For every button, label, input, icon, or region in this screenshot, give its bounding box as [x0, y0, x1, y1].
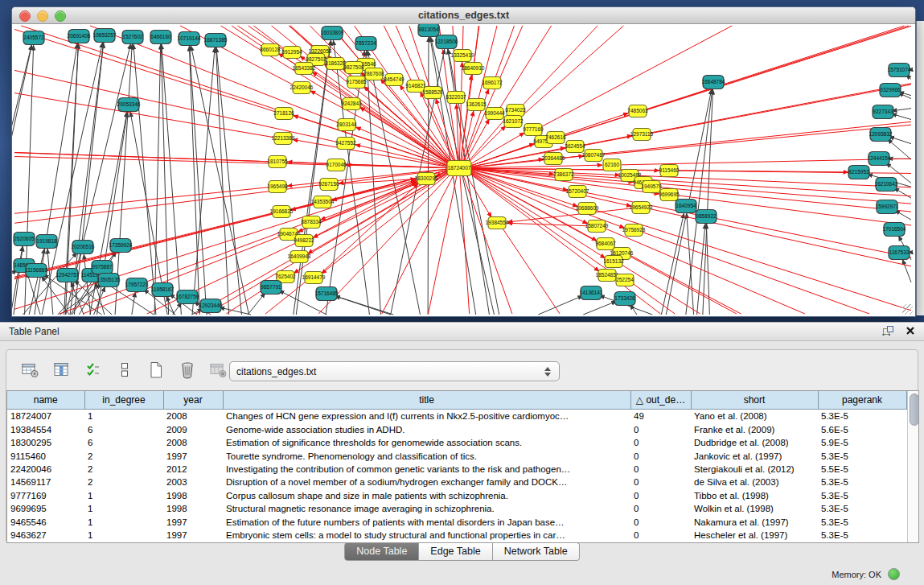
- graph-node[interactable]: 1621072: [503, 116, 524, 128]
- table-cell[interactable]: 9115460: [7, 449, 84, 462]
- table-cell[interactable]: Yano et al. (2008): [691, 410, 818, 423]
- table-cell[interactable]: 1: [84, 502, 163, 515]
- graph-node[interactable]: 62160: [603, 159, 621, 171]
- graph-node[interactable]: 3624554: [565, 141, 585, 153]
- graph-node[interactable]: 11156869: [25, 264, 47, 278]
- graph-node[interactable]: 17016504: [883, 223, 906, 237]
- graph-node[interactable]: 9227343: [873, 105, 893, 119]
- table-row[interactable]: 1830029562008Estimation of significance …: [7, 436, 906, 449]
- table-cell[interactable]: 1: [84, 529, 163, 542]
- table-column-icon[interactable]: [52, 360, 72, 380]
- graph-node[interactable]: 12444154: [868, 152, 891, 166]
- graph-node[interactable]: 2867608: [363, 68, 384, 80]
- graph-node[interactable]: 12218506: [435, 35, 458, 49]
- table-cell[interactable]: Disruption of a novel member of a sodium…: [223, 476, 630, 488]
- column-header-title[interactable]: title: [223, 391, 630, 410]
- table-cell[interactable]: 0: [630, 463, 691, 476]
- graph-node[interactable]: 9175685: [346, 76, 367, 89]
- table-cell[interactable]: Nakamura et al. (1997): [691, 516, 818, 529]
- table-cell[interactable]: Genome-wide association studies in ADHD.: [223, 423, 630, 436]
- table-cell[interactable]: 5.9E-5: [818, 436, 906, 449]
- graph-node[interactable]: 9777169: [523, 124, 544, 136]
- graph-node[interactable]: 1949579: [641, 181, 662, 193]
- graph-node[interactable]: 10653257: [93, 29, 117, 43]
- graph-node[interactable]: 9115460: [659, 165, 680, 177]
- graph-node[interactable]: 9684067: [595, 238, 616, 250]
- graph-node[interactable]: 16210643: [875, 178, 898, 192]
- graph-node[interactable]: 17957223: [125, 278, 149, 292]
- table-cell[interactable]: 2008: [163, 436, 223, 449]
- graph-node[interactable]: 7485063: [627, 105, 648, 117]
- graph-node[interactable]: 16914479: [302, 272, 326, 284]
- table-row[interactable]: 977716911998Corpus callosum shape and si…: [7, 489, 906, 502]
- graph-node[interactable]: 1696172: [482, 77, 503, 89]
- table-cell[interactable]: 1997: [163, 529, 223, 542]
- graph-node[interactable]: 19654923: [630, 202, 653, 214]
- table-cell[interactable]: Investigating the contribution of common…: [223, 463, 630, 476]
- graph-node[interactable]: 8912954: [281, 47, 302, 59]
- table-cell[interactable]: Hescheler et al. (1997): [691, 529, 818, 542]
- table-gear-icon[interactable]: [21, 360, 40, 380]
- table-cell[interactable]: 2: [84, 463, 163, 476]
- graph-node[interactable]: 12093832: [869, 128, 893, 142]
- table-cell[interactable]: Changes of HCN gene expression and I(f) …: [223, 410, 630, 423]
- table-row[interactable]: 969969511998Structural magnetic resonanc…: [7, 502, 906, 515]
- table-cell[interactable]: 1: [84, 516, 163, 529]
- table-row[interactable]: 1872400712008Changes of HCN gene express…: [7, 410, 906, 423]
- graph-node[interactable]: 2620605: [14, 233, 35, 246]
- graph-node[interactable]: 15720407: [566, 186, 589, 198]
- float-panel-icon[interactable]: [882, 325, 894, 338]
- table-cell[interactable]: 2009: [163, 423, 223, 436]
- table-cell[interactable]: 5.3E-5: [818, 449, 906, 462]
- table-cell[interactable]: 5.3E-5: [818, 502, 906, 515]
- graph-node[interactable]: 16543382: [293, 63, 316, 75]
- graph-node[interactable]: 8186328: [325, 58, 346, 70]
- graph-node[interactable]: 9857791: [261, 281, 281, 295]
- graph-node[interactable]: 16671385: [204, 34, 228, 47]
- table-cell[interactable]: Dudbridge et al. (2008): [691, 436, 818, 449]
- column-header-indegree[interactable]: in_degree: [84, 391, 163, 410]
- graph-node[interactable]: 1167533: [889, 246, 910, 260]
- graph-node[interactable]: 9699695: [659, 189, 680, 201]
- table-cell[interactable]: 5.3E-5: [818, 476, 906, 488]
- window-titlebar[interactable]: citations_edges.txt: [12, 7, 915, 24]
- graph-node[interactable]: 15716485: [315, 287, 339, 301]
- table-cell[interactable]: 1998: [163, 489, 223, 502]
- table-cell[interactable]: 6: [84, 423, 163, 436]
- delete-table-icon[interactable]: [209, 360, 228, 380]
- graph-node[interactable]: 19384554: [486, 217, 509, 229]
- table-cell[interactable]: Wolkin et al. (1998): [691, 502, 818, 515]
- table-row[interactable]: 946554611997Estimation of the future num…: [7, 516, 906, 529]
- table-row[interactable]: 2242004622012Investigating the contribut…: [7, 463, 906, 476]
- memory-status-indicator[interactable]: [888, 568, 900, 580]
- graph-node[interactable]: 1919818: [36, 235, 57, 249]
- table-cell[interactable]: 0: [630, 449, 691, 462]
- table-cell[interactable]: Corpus callosum shape and size in male p…: [223, 489, 630, 502]
- table-cell[interactable]: 9463627: [7, 529, 84, 542]
- table-cell[interactable]: 0: [630, 516, 691, 529]
- graph-node[interactable]: 9975887: [92, 261, 113, 274]
- row-selector-icon[interactable]: [115, 360, 134, 380]
- graph-node[interactable]: 1362615: [466, 99, 487, 111]
- graph-node[interactable]: 1615132: [603, 256, 624, 268]
- table-cell[interactable]: 0: [630, 502, 691, 515]
- table-cell[interactable]: 14569117: [7, 476, 84, 488]
- table-cell[interactable]: 0: [630, 529, 691, 542]
- table-cell[interactable]: 9465546: [7, 516, 84, 529]
- graph-node[interactable]: 20691406: [68, 30, 91, 43]
- column-header-outde[interactable]: △ out_de…: [630, 391, 691, 410]
- table-cell[interactable]: Estimation of significance thresholds fo…: [223, 436, 630, 449]
- graph-node[interactable]: 12942757: [56, 269, 80, 282]
- attribute-table[interactable]: namein_degreeyeartitle△ out_de…shortpage…: [7, 391, 907, 542]
- table-cell[interactable]: Tibbo et al. (1998): [691, 489, 818, 502]
- table-cell[interactable]: 19384554: [7, 423, 84, 436]
- graph-node[interactable]: 22420046: [290, 82, 314, 94]
- table-cell[interactable]: 2012: [163, 463, 223, 476]
- graph-node[interactable]: 2803144: [336, 119, 357, 131]
- graph-node[interactable]: 17359924: [109, 239, 133, 253]
- graph-node[interactable]: 16648784: [702, 76, 725, 89]
- table-cell[interactable]: 0: [630, 423, 691, 436]
- graph-node[interactable]: 7386372: [553, 169, 574, 181]
- table-cell[interactable]: Embryonic stem cells: a model to study s…: [223, 529, 630, 542]
- graph-node[interactable]: 15807249: [585, 220, 609, 233]
